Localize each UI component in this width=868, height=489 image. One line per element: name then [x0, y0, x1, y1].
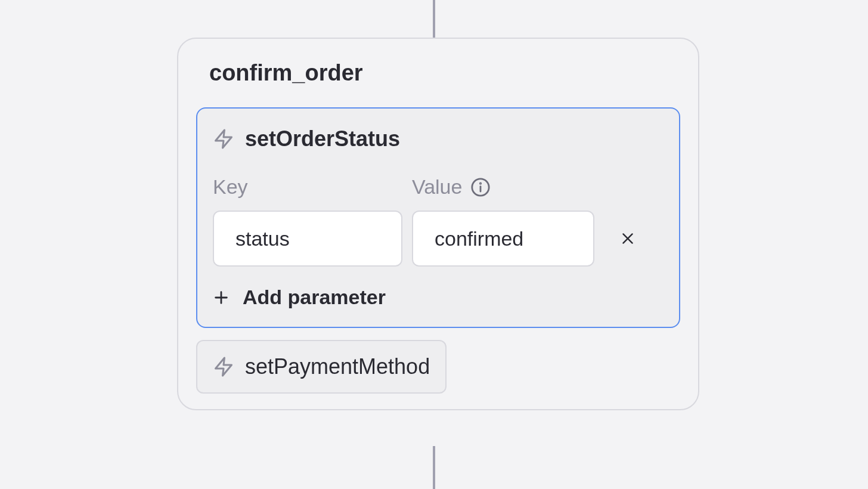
- action-name: setPaymentMethod: [245, 354, 430, 379]
- lightning-icon: [213, 355, 234, 378]
- remove-parameter-button[interactable]: [610, 221, 646, 256]
- close-icon: [620, 231, 636, 246]
- parameter-row: [213, 211, 664, 267]
- node-title: confirm_order: [209, 60, 680, 86]
- plus-icon: [213, 289, 230, 306]
- columns-header: Key Value: [213, 175, 664, 199]
- add-parameter-label: Add parameter: [243, 286, 386, 309]
- svg-marker-0: [216, 130, 232, 148]
- add-parameter-button[interactable]: Add parameter: [213, 286, 664, 309]
- flow-connector-bottom: [433, 446, 435, 489]
- action-card-setorderstatus[interactable]: setOrderStatus Key Value: [196, 107, 680, 328]
- param-key-input[interactable]: [213, 211, 402, 267]
- column-label-key: Key: [213, 175, 402, 199]
- column-label-value: Value: [412, 175, 594, 199]
- lightning-icon: [213, 128, 234, 150]
- svg-point-3: [480, 182, 481, 183]
- info-icon[interactable]: [470, 177, 491, 197]
- node-confirm-order: confirm_order setOrderStatus Key Value: [177, 38, 699, 410]
- param-value-input[interactable]: [412, 211, 594, 267]
- svg-marker-8: [216, 358, 232, 376]
- action-header: setOrderStatus: [213, 126, 664, 151]
- action-name: setOrderStatus: [245, 126, 400, 151]
- action-card-setpaymentmethod[interactable]: setPaymentMethod: [196, 340, 447, 394]
- flow-connector-top: [433, 0, 435, 38]
